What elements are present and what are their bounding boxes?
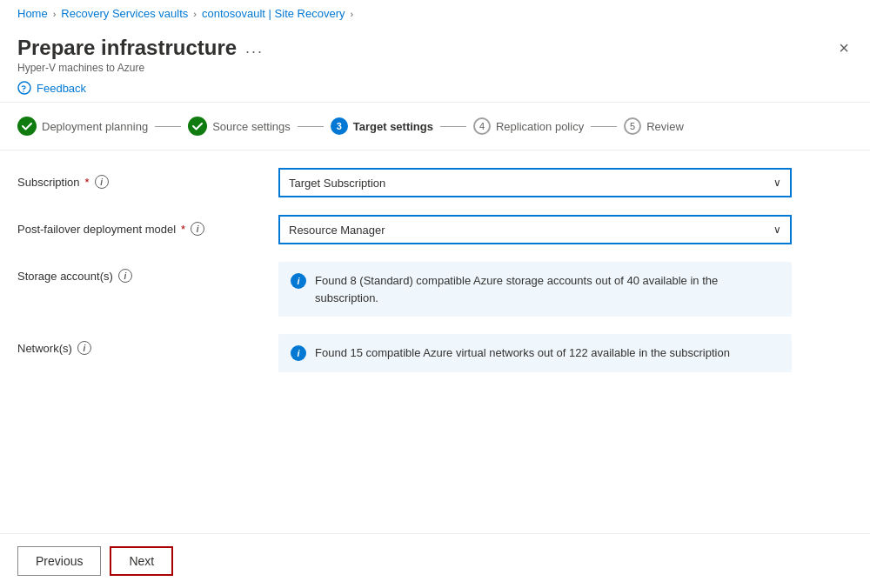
deployment-model-label: Post-failover deployment model * i — [17, 215, 261, 236]
step-source-settings[interactable]: Source settings — [188, 117, 291, 136]
page-title: Prepare infrastructure ... — [17, 36, 264, 60]
storage-info-icon: i — [291, 273, 306, 289]
page-header: Prepare infrastructure ... Hyper-V machi… — [0, 27, 870, 74]
svg-point-1 — [23, 90, 24, 92]
subscription-row: Subscription * i Target Subscription ∨ — [17, 168, 853, 197]
step-sep-3 — [440, 126, 466, 127]
feedback-bar[interactable]: Feedback — [0, 74, 870, 103]
networks-info-icon[interactable]: i — [77, 341, 91, 355]
deployment-model-required: * — [181, 223, 185, 236]
networks-row: Network(s) i i Found 15 compatible Azure… — [17, 334, 853, 372]
step-target-settings[interactable]: 3 Target settings — [331, 117, 433, 135]
step-review[interactable]: 5 Review — [624, 117, 684, 135]
subscription-control: Target Subscription ∨ — [278, 168, 853, 197]
step-circle-4: 4 — [473, 117, 491, 135]
subscription-dropdown-chevron: ∨ — [773, 177, 781, 189]
step-sep-1 — [155, 126, 181, 127]
breadcrumb-sep-3: › — [351, 9, 354, 19]
storage-accounts-label: Storage account(s) i — [17, 262, 261, 283]
subscription-dropdown-value: Target Subscription — [289, 177, 385, 190]
breadcrumb-current[interactable]: contosovault | Site Recovery — [202, 7, 345, 20]
step-sep-4 — [591, 126, 617, 127]
wizard-steps: Deployment planning Source settings 3 Ta… — [0, 103, 870, 150]
storage-accounts-info-box: i Found 8 (Standard) compatible Azure st… — [278, 262, 792, 317]
breadcrumb-vault-list[interactable]: Recovery Services vaults — [61, 7, 188, 20]
networks-info-box: i Found 15 compatible Azure virtual netw… — [278, 334, 792, 372]
step-label-2: Source settings — [212, 120, 291, 133]
deployment-model-dropdown[interactable]: Resource Manager ∨ — [278, 215, 792, 244]
svg-point-0 — [18, 82, 30, 94]
step-label-1: Deployment planning — [42, 120, 148, 133]
feedback-label: Feedback — [37, 82, 86, 95]
breadcrumb: Home › Recovery Services vaults › contos… — [0, 0, 870, 27]
step-circle-5: 5 — [624, 117, 641, 135]
step-circle-3: 3 — [331, 117, 348, 135]
deployment-model-dropdown-chevron: ∨ — [773, 224, 781, 236]
previous-button[interactable]: Previous — [17, 546, 101, 576]
network-info-icon: i — [291, 345, 306, 361]
deployment-model-control: Resource Manager ∨ — [278, 215, 853, 244]
page-subtitle: Hyper-V machines to Azure — [17, 62, 264, 74]
storage-accounts-row: Storage account(s) i i Found 8 (Standard… — [17, 262, 853, 317]
close-button[interactable]: × — [835, 36, 853, 60]
header-ellipsis: ... — [245, 39, 264, 57]
storage-accounts-info-text: Found 8 (Standard) compatible Azure stor… — [315, 272, 780, 306]
deployment-model-dropdown-value: Resource Manager — [289, 224, 385, 237]
step-replication-policy[interactable]: 4 Replication policy — [473, 117, 584, 135]
storage-accounts-control: i Found 8 (Standard) compatible Azure st… — [278, 262, 853, 317]
breadcrumb-sep-2: › — [193, 9, 197, 19]
subscription-required: * — [85, 176, 90, 189]
form-area: Subscription * i Target Subscription ∨ P… — [0, 150, 870, 407]
step-label-5: Review — [646, 120, 684, 133]
next-button[interactable]: Next — [110, 546, 173, 576]
step-check-1 — [17, 117, 37, 136]
feedback-icon — [17, 81, 31, 95]
networks-label: Network(s) i — [17, 334, 261, 355]
step-label-3: Target settings — [353, 120, 433, 133]
storage-accounts-info-icon[interactable]: i — [118, 269, 132, 283]
subscription-label: Subscription * i — [17, 168, 261, 189]
header-left: Prepare infrastructure ... Hyper-V machi… — [17, 36, 264, 74]
step-deployment-planning[interactable]: Deployment planning — [17, 117, 148, 136]
networks-info-text: Found 15 compatible Azure virtual networ… — [315, 344, 730, 362]
networks-control: i Found 15 compatible Azure virtual netw… — [278, 334, 853, 372]
step-sep-2 — [298, 126, 324, 127]
deployment-model-info-icon[interactable]: i — [191, 222, 204, 236]
step-check-2 — [188, 117, 207, 136]
subscription-dropdown[interactable]: Target Subscription ∨ — [278, 168, 792, 197]
step-label-4: Replication policy — [496, 120, 584, 133]
breadcrumb-home[interactable]: Home — [17, 7, 48, 20]
deployment-model-row: Post-failover deployment model * i Resou… — [17, 215, 853, 244]
breadcrumb-sep-1: › — [53, 9, 57, 19]
footer: Previous Next — [0, 533, 870, 588]
subscription-info-icon[interactable]: i — [95, 175, 109, 189]
